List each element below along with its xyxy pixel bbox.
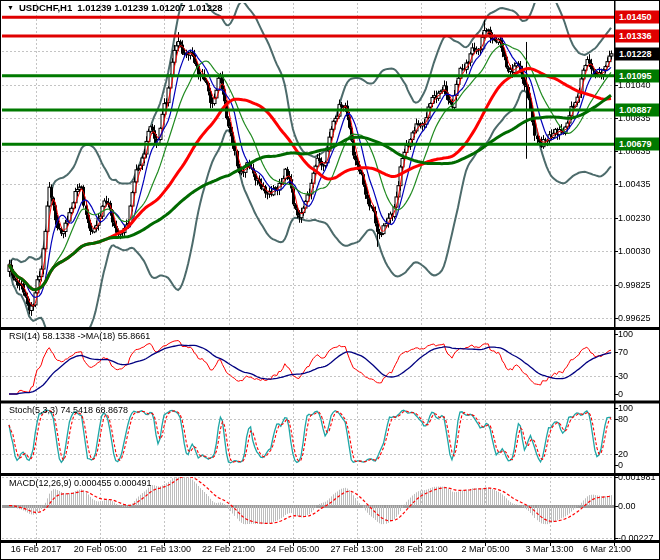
macd-axis-label: 0.00 <box>618 501 636 511</box>
price-axis-label: 0.99625 <box>618 313 651 323</box>
stoch-axis-label: 80 <box>618 414 628 424</box>
time-axis-label: 28 Feb 21:00 <box>395 544 448 554</box>
time-axis-label: 27 Feb 13:00 <box>330 544 383 554</box>
stoch-axis-label: 100 <box>618 403 633 413</box>
time-axis-label: 16 Feb 2017 <box>11 544 62 554</box>
resistance-price-label: 1.01336 <box>615 30 660 43</box>
rsi-axis-label: 0 <box>618 389 623 399</box>
current-price-label: 1.01228 <box>615 47 660 60</box>
macd-axis-label: -0.00227 <box>618 533 654 543</box>
price-axis-label: 1.00435 <box>618 179 651 189</box>
rsi-axis-label: 30 <box>618 371 628 381</box>
time-axis-label: 21 Feb 13:00 <box>138 544 191 554</box>
price-axis-label: 0.99825 <box>618 280 651 290</box>
stoch-axis-label: 20 <box>618 449 628 459</box>
rsi-axis-label: 100 <box>618 329 633 339</box>
time-axis-label: 24 Feb 05:00 <box>266 544 319 554</box>
time-axis-label: 2 Mar 05:00 <box>461 544 509 554</box>
support-price-label: 1.00887 <box>615 103 660 116</box>
support-price-label: 1.01095 <box>615 69 660 82</box>
rsi-indicator-label: RSI(14) 58.1338 ->MA(18) 55.8661 <box>9 331 150 341</box>
symbol-timeframe-label: USDCHF,H1 <box>19 2 72 13</box>
symbol-dropdown-icon[interactable]: ▼ <box>7 3 14 12</box>
rsi-axis-label: 70 <box>618 347 628 357</box>
trading-chart-window: ▼ USDCHF,H1 1.01239 1.01239 1.01207 1.01… <box>0 0 660 560</box>
macd-indicator-label: MACD(12,26,9) 0.000455 0.000491 <box>9 478 152 488</box>
time-axis-label: 6 Mar 21:00 <box>583 544 631 554</box>
time-axis-label: 3 Mar 13:00 <box>526 544 574 554</box>
quote-ohlc-values: 1.01239 1.01239 1.01207 1.01228 <box>77 2 222 13</box>
macd-axis-label: 0.001981 <box>618 472 656 482</box>
chart-canvas[interactable] <box>1 1 660 560</box>
price-axis-label: 1.00230 <box>618 213 651 223</box>
stoch-axis-label: 0 <box>618 460 623 470</box>
price-axis-label: 1.00030 <box>618 246 651 256</box>
time-axis-label: 20 Feb 05:00 <box>74 544 127 554</box>
support-price-label: 1.00679 <box>615 138 660 151</box>
chart-title: ▼ USDCHF,H1 1.01239 1.01239 1.01207 1.01… <box>7 2 223 13</box>
stoch-indicator-label: Stoch(5,3,3) 74.5418 68.8678 <box>9 405 128 415</box>
resistance-price-label: 1.01450 <box>615 11 660 24</box>
time-axis-label: 22 Feb 21:00 <box>202 544 255 554</box>
